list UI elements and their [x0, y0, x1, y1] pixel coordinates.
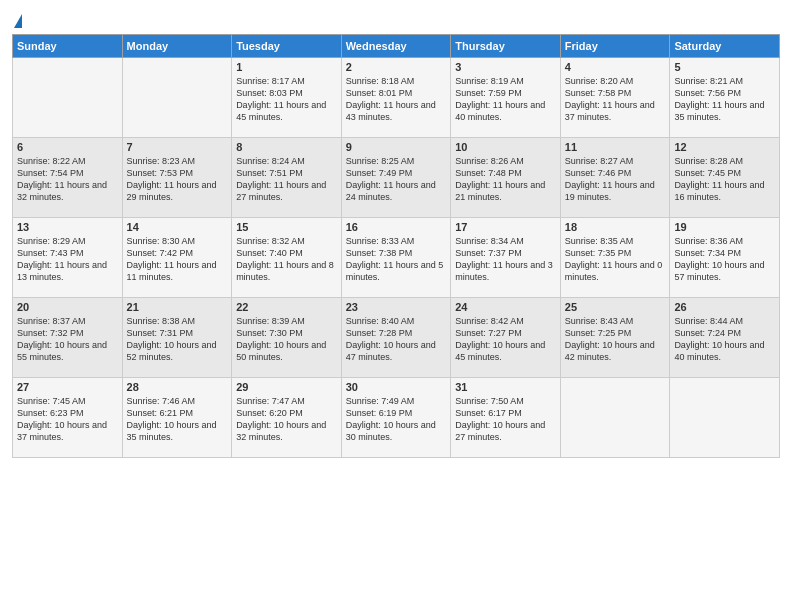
day-number: 20 [17, 301, 118, 313]
calendar-cell: 19Sunrise: 8:36 AM Sunset: 7:34 PM Dayli… [670, 217, 780, 297]
cell-content: Sunrise: 8:27 AM Sunset: 7:46 PM Dayligh… [565, 155, 666, 204]
day-number: 26 [674, 301, 775, 313]
calendar-cell: 11Sunrise: 8:27 AM Sunset: 7:46 PM Dayli… [560, 137, 670, 217]
day-number: 5 [674, 61, 775, 73]
day-number: 16 [346, 221, 447, 233]
calendar-cell: 30Sunrise: 7:49 AM Sunset: 6:19 PM Dayli… [341, 377, 451, 457]
day-number: 3 [455, 61, 556, 73]
calendar-header-row: SundayMondayTuesdayWednesdayThursdayFrid… [13, 34, 780, 57]
cell-content: Sunrise: 8:22 AM Sunset: 7:54 PM Dayligh… [17, 155, 118, 204]
week-row-4: 20Sunrise: 8:37 AM Sunset: 7:32 PM Dayli… [13, 297, 780, 377]
calendar-cell: 1Sunrise: 8:17 AM Sunset: 8:03 PM Daylig… [232, 57, 342, 137]
calendar-cell: 17Sunrise: 8:34 AM Sunset: 7:37 PM Dayli… [451, 217, 561, 297]
calendar-cell: 29Sunrise: 7:47 AM Sunset: 6:20 PM Dayli… [232, 377, 342, 457]
cell-content: Sunrise: 7:49 AM Sunset: 6:19 PM Dayligh… [346, 395, 447, 444]
calendar-cell: 21Sunrise: 8:38 AM Sunset: 7:31 PM Dayli… [122, 297, 232, 377]
calendar-cell [560, 377, 670, 457]
calendar-cell [13, 57, 123, 137]
day-number: 30 [346, 381, 447, 393]
calendar-cell: 4Sunrise: 8:20 AM Sunset: 7:58 PM Daylig… [560, 57, 670, 137]
cell-content: Sunrise: 8:37 AM Sunset: 7:32 PM Dayligh… [17, 315, 118, 364]
day-number: 13 [17, 221, 118, 233]
day-number: 17 [455, 221, 556, 233]
calendar-cell: 9Sunrise: 8:25 AM Sunset: 7:49 PM Daylig… [341, 137, 451, 217]
week-row-2: 6Sunrise: 8:22 AM Sunset: 7:54 PM Daylig… [13, 137, 780, 217]
cell-content: Sunrise: 8:34 AM Sunset: 7:37 PM Dayligh… [455, 235, 556, 284]
cell-content: Sunrise: 8:38 AM Sunset: 7:31 PM Dayligh… [127, 315, 228, 364]
week-row-5: 27Sunrise: 7:45 AM Sunset: 6:23 PM Dayli… [13, 377, 780, 457]
cell-content: Sunrise: 8:19 AM Sunset: 7:59 PM Dayligh… [455, 75, 556, 124]
logo-triangle-icon [14, 14, 22, 28]
cell-content: Sunrise: 7:47 AM Sunset: 6:20 PM Dayligh… [236, 395, 337, 444]
calendar-cell: 23Sunrise: 8:40 AM Sunset: 7:28 PM Dayli… [341, 297, 451, 377]
cell-content: Sunrise: 8:28 AM Sunset: 7:45 PM Dayligh… [674, 155, 775, 204]
cell-content: Sunrise: 8:24 AM Sunset: 7:51 PM Dayligh… [236, 155, 337, 204]
day-header-tuesday: Tuesday [232, 34, 342, 57]
calendar-cell: 6Sunrise: 8:22 AM Sunset: 7:54 PM Daylig… [13, 137, 123, 217]
calendar-cell: 25Sunrise: 8:43 AM Sunset: 7:25 PM Dayli… [560, 297, 670, 377]
calendar-cell [122, 57, 232, 137]
day-header-thursday: Thursday [451, 34, 561, 57]
day-number: 31 [455, 381, 556, 393]
calendar-cell [670, 377, 780, 457]
cell-content: Sunrise: 7:50 AM Sunset: 6:17 PM Dayligh… [455, 395, 556, 444]
day-number: 28 [127, 381, 228, 393]
calendar-cell: 20Sunrise: 8:37 AM Sunset: 7:32 PM Dayli… [13, 297, 123, 377]
calendar-cell: 13Sunrise: 8:29 AM Sunset: 7:43 PM Dayli… [13, 217, 123, 297]
calendar-cell: 26Sunrise: 8:44 AM Sunset: 7:24 PM Dayli… [670, 297, 780, 377]
day-header-saturday: Saturday [670, 34, 780, 57]
calendar-cell: 3Sunrise: 8:19 AM Sunset: 7:59 PM Daylig… [451, 57, 561, 137]
calendar-cell: 31Sunrise: 7:50 AM Sunset: 6:17 PM Dayli… [451, 377, 561, 457]
calendar-cell: 5Sunrise: 8:21 AM Sunset: 7:56 PM Daylig… [670, 57, 780, 137]
day-number: 21 [127, 301, 228, 313]
day-number: 22 [236, 301, 337, 313]
day-number: 9 [346, 141, 447, 153]
calendar-cell: 18Sunrise: 8:35 AM Sunset: 7:35 PM Dayli… [560, 217, 670, 297]
calendar-cell: 16Sunrise: 8:33 AM Sunset: 7:38 PM Dayli… [341, 217, 451, 297]
calendar-cell: 2Sunrise: 8:18 AM Sunset: 8:01 PM Daylig… [341, 57, 451, 137]
day-number: 25 [565, 301, 666, 313]
cell-content: Sunrise: 8:39 AM Sunset: 7:30 PM Dayligh… [236, 315, 337, 364]
cell-content: Sunrise: 8:30 AM Sunset: 7:42 PM Dayligh… [127, 235, 228, 284]
day-number: 4 [565, 61, 666, 73]
cell-content: Sunrise: 8:20 AM Sunset: 7:58 PM Dayligh… [565, 75, 666, 124]
cell-content: Sunrise: 8:17 AM Sunset: 8:03 PM Dayligh… [236, 75, 337, 124]
calendar-cell: 27Sunrise: 7:45 AM Sunset: 6:23 PM Dayli… [13, 377, 123, 457]
cell-content: Sunrise: 8:25 AM Sunset: 7:49 PM Dayligh… [346, 155, 447, 204]
week-row-3: 13Sunrise: 8:29 AM Sunset: 7:43 PM Dayli… [13, 217, 780, 297]
day-number: 15 [236, 221, 337, 233]
day-header-wednesday: Wednesday [341, 34, 451, 57]
cell-content: Sunrise: 8:36 AM Sunset: 7:34 PM Dayligh… [674, 235, 775, 284]
cell-content: Sunrise: 8:40 AM Sunset: 7:28 PM Dayligh… [346, 315, 447, 364]
day-number: 7 [127, 141, 228, 153]
calendar-cell: 10Sunrise: 8:26 AM Sunset: 7:48 PM Dayli… [451, 137, 561, 217]
week-row-1: 1Sunrise: 8:17 AM Sunset: 8:03 PM Daylig… [13, 57, 780, 137]
day-header-sunday: Sunday [13, 34, 123, 57]
day-number: 23 [346, 301, 447, 313]
day-number: 24 [455, 301, 556, 313]
day-number: 19 [674, 221, 775, 233]
cell-content: Sunrise: 8:35 AM Sunset: 7:35 PM Dayligh… [565, 235, 666, 284]
cell-content: Sunrise: 8:42 AM Sunset: 7:27 PM Dayligh… [455, 315, 556, 364]
cell-content: Sunrise: 8:44 AM Sunset: 7:24 PM Dayligh… [674, 315, 775, 364]
cell-content: Sunrise: 8:32 AM Sunset: 7:40 PM Dayligh… [236, 235, 337, 284]
calendar-cell: 8Sunrise: 8:24 AM Sunset: 7:51 PM Daylig… [232, 137, 342, 217]
cell-content: Sunrise: 8:29 AM Sunset: 7:43 PM Dayligh… [17, 235, 118, 284]
day-number: 6 [17, 141, 118, 153]
main-container: SundayMondayTuesdayWednesdayThursdayFrid… [0, 0, 792, 466]
cell-content: Sunrise: 8:21 AM Sunset: 7:56 PM Dayligh… [674, 75, 775, 124]
cell-content: Sunrise: 8:43 AM Sunset: 7:25 PM Dayligh… [565, 315, 666, 364]
header-row [12, 10, 780, 30]
day-number: 11 [565, 141, 666, 153]
day-number: 1 [236, 61, 337, 73]
calendar-cell: 15Sunrise: 8:32 AM Sunset: 7:40 PM Dayli… [232, 217, 342, 297]
calendar-table: SundayMondayTuesdayWednesdayThursdayFrid… [12, 34, 780, 458]
cell-content: Sunrise: 7:45 AM Sunset: 6:23 PM Dayligh… [17, 395, 118, 444]
cell-content: Sunrise: 8:26 AM Sunset: 7:48 PM Dayligh… [455, 155, 556, 204]
cell-content: Sunrise: 8:18 AM Sunset: 8:01 PM Dayligh… [346, 75, 447, 124]
calendar-cell: 7Sunrise: 8:23 AM Sunset: 7:53 PM Daylig… [122, 137, 232, 217]
day-number: 27 [17, 381, 118, 393]
day-header-monday: Monday [122, 34, 232, 57]
calendar-cell: 24Sunrise: 8:42 AM Sunset: 7:27 PM Dayli… [451, 297, 561, 377]
day-number: 29 [236, 381, 337, 393]
